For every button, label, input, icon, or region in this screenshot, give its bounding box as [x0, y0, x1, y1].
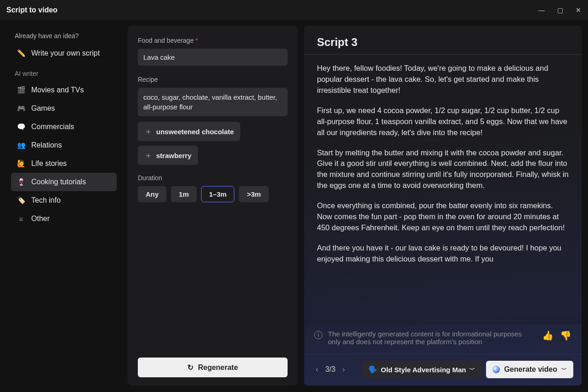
prev-page-icon[interactable]: ‹: [312, 365, 322, 374]
pager: ‹ 3/3 ›: [312, 365, 348, 374]
generate-video-button[interactable]: Generate video ﹀: [486, 361, 573, 378]
recipe-label: Recipe: [138, 76, 288, 83]
script-header: Script 3: [304, 26, 582, 55]
food-label: Food and beverage *: [138, 37, 288, 44]
fade-overlay: [304, 306, 582, 324]
chevron-down-icon: ﹀: [469, 366, 475, 374]
sidebar-item-label: Life stories: [31, 159, 67, 168]
voice-select[interactable]: 🗣️ Old Style Advertising Man ﹀: [362, 361, 481, 378]
info-icon: i: [314, 331, 322, 339]
idea-heading: Already have an idea?: [15, 32, 113, 40]
pencil-icon: ✏️: [17, 49, 26, 58]
ai-writer-heading: AI writer: [15, 70, 113, 77]
maximize-button[interactable]: ▢: [557, 6, 563, 14]
window-title: Script to video: [6, 6, 57, 14]
form-panel: Food and beverage * Lava cake Recipe coc…: [128, 26, 298, 386]
script-paragraph: Start by melting the butter and mixing i…: [317, 148, 569, 192]
script-panel: Script 3 Hey there, fellow foodies! Toda…: [304, 26, 582, 386]
next-page-icon[interactable]: ›: [339, 365, 348, 374]
category-icon: 🏷️: [17, 196, 26, 205]
script-body: Hey there, fellow foodies! Today, we're …: [304, 55, 582, 324]
minimize-button[interactable]: —: [538, 6, 545, 14]
thumbs-down-icon[interactable]: 👎: [560, 330, 571, 341]
food-input[interactable]: Lava cake: [138, 49, 288, 66]
recipe-input[interactable]: coco, sugar, choclate, vanilla extract, …: [138, 88, 288, 116]
window-controls: — ▢ ✕: [538, 6, 582, 14]
duration-Any[interactable]: Any: [138, 186, 166, 202]
sidebar-item-games[interactable]: 🎮Games: [11, 99, 117, 118]
sidebar-item-label: Games: [31, 104, 55, 113]
recipe-chips: ＋unsweetened chocolate＋strawberry: [138, 122, 288, 165]
footer-bar: ‹ 3/3 › 🗣️ Old Style Advertising Man ﹀ G…: [304, 354, 582, 386]
script-paragraph: Once everything is combined, pour the ba…: [317, 200, 569, 233]
category-icon: 🗨️: [17, 122, 26, 131]
sidebar-item-label: Tech info: [31, 196, 61, 205]
sidebar-item-label: Cooking tutorials: [31, 178, 86, 186]
page-count: 3/3: [325, 365, 335, 374]
script-title: Script 3: [317, 36, 569, 49]
script-paragraph: First up, we need 4 cocoa powder, 1/2 cu…: [317, 105, 569, 138]
sidebar-item-label: Relations: [31, 141, 62, 149]
write-own-label: Write your own script: [31, 49, 100, 57]
sidebar-item-label: Movies and TVs: [31, 86, 84, 94]
chip-strawberry[interactable]: ＋strawberry: [138, 146, 198, 165]
category-icon: 👥: [17, 141, 26, 150]
sidebar-item-life-stories[interactable]: 🙋Life stories: [11, 154, 117, 173]
sidebar: Already have an idea? ✏️ Write your own …: [6, 26, 121, 386]
category-icon: 🙋: [17, 159, 26, 168]
regenerate-button[interactable]: ↻ Regenerate: [138, 358, 288, 377]
generate-label: Generate video: [504, 365, 557, 374]
duration-1m[interactable]: 1m: [171, 186, 197, 202]
category-icon: 🎮: [17, 104, 26, 113]
category-icon: 🎬: [17, 85, 26, 95]
sidebar-item-label: Commercials: [31, 123, 74, 131]
sidebar-item-other[interactable]: ≡Other: [11, 210, 117, 228]
refresh-icon: ↻: [187, 363, 193, 372]
sidebar-item-relations[interactable]: 👥Relations: [11, 136, 117, 154]
duration-1–3m[interactable]: 1–3m: [201, 186, 234, 202]
sidebar-item-tech-info[interactable]: 🏷️Tech info: [11, 191, 117, 210]
duration->3m[interactable]: >3m: [239, 186, 268, 202]
disclaimer-text: The intelligently generated content is f…: [328, 330, 526, 346]
category-icon: 🍷: [17, 177, 26, 187]
write-own-script[interactable]: ✏️ Write your own script: [11, 44, 117, 62]
sidebar-item-movies-and-tvs[interactable]: 🎬Movies and TVs: [11, 81, 117, 99]
plus-icon: ＋: [144, 150, 153, 161]
disclaimer-row: i The intelligently generated content is…: [304, 324, 582, 354]
sidebar-item-cooking-tutorials[interactable]: 🍷Cooking tutorials: [11, 173, 117, 191]
plus-icon: ＋: [144, 126, 153, 137]
chevron-down-icon: ﹀: [561, 366, 567, 374]
sidebar-item-commercials[interactable]: 🗨️Commercials: [11, 118, 117, 136]
close-button[interactable]: ✕: [575, 6, 582, 14]
duration-buttons: Any1m1–3m>3m: [138, 186, 288, 202]
voice-label: Old Style Advertising Man: [381, 366, 466, 374]
chip-unsweetened-chocolate[interactable]: ＋unsweetened chocolate: [138, 122, 240, 141]
orb-icon: [492, 366, 500, 373]
thumbs-up-icon[interactable]: 👍: [542, 330, 554, 341]
sidebar-item-label: Other: [31, 215, 50, 223]
duration-label: Duration: [138, 174, 288, 182]
voice-icon: 🗣️: [368, 365, 377, 374]
script-paragraph: And there you have it - our lava cake is…: [317, 243, 569, 265]
script-paragraph: Hey there, fellow foodies! Today, we're …: [317, 63, 569, 96]
category-icon: ≡: [17, 214, 26, 223]
titlebar: Script to video — ▢ ✕: [0, 0, 588, 20]
